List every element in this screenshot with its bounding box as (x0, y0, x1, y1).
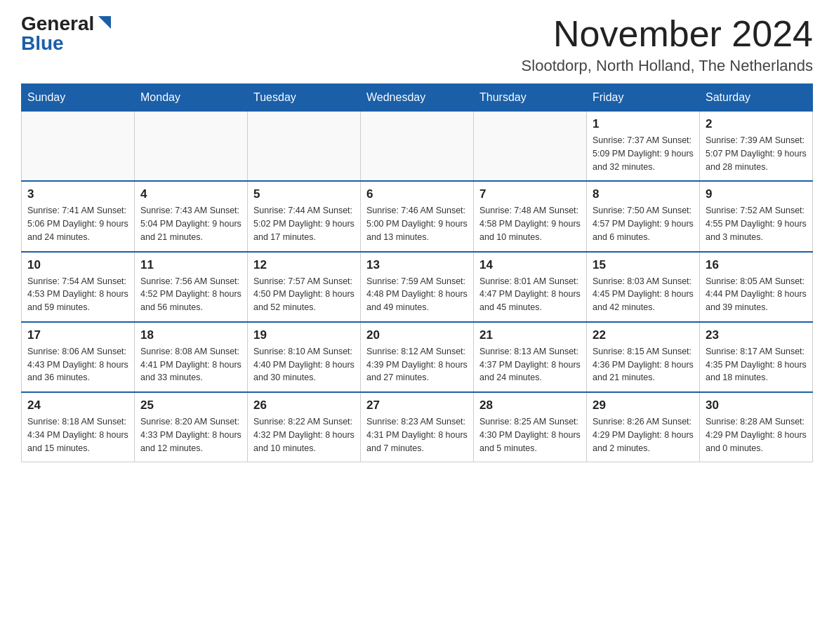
day-info: Sunrise: 7:39 AM Sunset: 5:07 PM Dayligh… (706, 134, 807, 173)
day-info: Sunrise: 8:25 AM Sunset: 4:30 PM Dayligh… (479, 415, 581, 455)
calendar-cell (248, 112, 361, 182)
calendar-cell: 10Sunrise: 7:54 AM Sunset: 4:53 PM Dayli… (22, 252, 135, 322)
calendar-cell: 13Sunrise: 7:59 AM Sunset: 4:48 PM Dayli… (361, 252, 474, 322)
calendar-cell: 30Sunrise: 8:28 AM Sunset: 4:29 PM Dayli… (700, 392, 813, 462)
col-tuesday: Tuesday (248, 84, 361, 112)
calendar-cell: 29Sunrise: 8:26 AM Sunset: 4:29 PM Dayli… (587, 392, 700, 462)
day-number: 4 (140, 187, 241, 201)
day-info: Sunrise: 8:08 AM Sunset: 4:41 PM Dayligh… (140, 345, 241, 384)
calendar-cell: 8Sunrise: 7:50 AM Sunset: 4:57 PM Daylig… (587, 181, 700, 251)
calendar-week-row: 3Sunrise: 7:41 AM Sunset: 5:06 PM Daylig… (22, 181, 813, 251)
calendar-cell (474, 112, 587, 182)
calendar-cell (22, 112, 135, 182)
day-info: Sunrise: 7:59 AM Sunset: 4:48 PM Dayligh… (366, 275, 468, 314)
calendar-cell: 4Sunrise: 7:43 AM Sunset: 5:04 PM Daylig… (135, 181, 248, 251)
day-number: 19 (253, 328, 355, 342)
calendar-cell: 18Sunrise: 8:08 AM Sunset: 4:41 PM Dayli… (135, 322, 248, 392)
page-title: November 2024 (522, 14, 813, 54)
day-number: 14 (479, 258, 581, 272)
calendar-cell: 20Sunrise: 8:12 AM Sunset: 4:39 PM Dayli… (361, 322, 474, 392)
day-number: 25 (140, 398, 241, 412)
day-number: 29 (593, 398, 694, 412)
day-info: Sunrise: 8:28 AM Sunset: 4:29 PM Dayligh… (706, 415, 807, 455)
day-number: 15 (593, 258, 694, 272)
day-number: 6 (366, 187, 468, 201)
day-info: Sunrise: 8:01 AM Sunset: 4:47 PM Dayligh… (479, 275, 581, 314)
day-info: Sunrise: 8:18 AM Sunset: 4:34 PM Dayligh… (27, 415, 128, 455)
day-number: 2 (706, 117, 807, 131)
calendar-cell: 23Sunrise: 8:17 AM Sunset: 4:35 PM Dayli… (700, 322, 813, 392)
day-number: 8 (593, 187, 694, 201)
calendar-cell: 7Sunrise: 7:48 AM Sunset: 4:58 PM Daylig… (474, 181, 587, 251)
col-saturday: Saturday (700, 84, 813, 112)
calendar-week-row: 1Sunrise: 7:37 AM Sunset: 5:09 PM Daylig… (22, 112, 813, 182)
day-number: 18 (140, 328, 241, 342)
calendar-cell (135, 112, 248, 182)
calendar-cell: 22Sunrise: 8:15 AM Sunset: 4:36 PM Dayli… (587, 322, 700, 392)
day-number: 26 (253, 398, 355, 412)
page-header: General Blue November 2024 Slootdorp, No… (21, 14, 813, 75)
day-info: Sunrise: 7:46 AM Sunset: 5:00 PM Dayligh… (366, 204, 468, 243)
day-info: Sunrise: 8:22 AM Sunset: 4:32 PM Dayligh… (253, 415, 355, 455)
day-number: 10 (27, 258, 128, 272)
day-info: Sunrise: 7:37 AM Sunset: 5:09 PM Dayligh… (593, 134, 694, 173)
day-number: 27 (366, 398, 468, 412)
calendar-cell: 25Sunrise: 8:20 AM Sunset: 4:33 PM Dayli… (135, 392, 248, 462)
calendar-cell: 12Sunrise: 7:57 AM Sunset: 4:50 PM Dayli… (248, 252, 361, 322)
calendar-cell: 9Sunrise: 7:52 AM Sunset: 4:55 PM Daylig… (700, 181, 813, 251)
col-monday: Monday (135, 84, 248, 112)
day-number: 5 (253, 187, 355, 201)
day-info: Sunrise: 8:12 AM Sunset: 4:39 PM Dayligh… (366, 345, 468, 384)
calendar-cell (361, 112, 474, 182)
day-info: Sunrise: 8:20 AM Sunset: 4:33 PM Dayligh… (140, 415, 241, 455)
day-number: 11 (140, 258, 241, 272)
calendar-cell: 3Sunrise: 7:41 AM Sunset: 5:06 PM Daylig… (22, 181, 135, 251)
logo-blue-text: Blue (21, 32, 64, 54)
day-info: Sunrise: 7:48 AM Sunset: 4:58 PM Dayligh… (479, 204, 581, 243)
day-number: 7 (479, 187, 581, 201)
day-info: Sunrise: 7:52 AM Sunset: 4:55 PM Dayligh… (706, 204, 807, 243)
calendar-cell: 16Sunrise: 8:05 AM Sunset: 4:44 PM Dayli… (700, 252, 813, 322)
day-info: Sunrise: 7:44 AM Sunset: 5:02 PM Dayligh… (253, 204, 355, 243)
day-number: 3 (27, 187, 128, 201)
day-info: Sunrise: 7:41 AM Sunset: 5:06 PM Dayligh… (27, 204, 128, 243)
day-info: Sunrise: 8:05 AM Sunset: 4:44 PM Dayligh… (706, 275, 807, 314)
col-wednesday: Wednesday (361, 84, 474, 112)
day-info: Sunrise: 8:23 AM Sunset: 4:31 PM Dayligh… (366, 415, 468, 455)
calendar-cell: 1Sunrise: 7:37 AM Sunset: 5:09 PM Daylig… (587, 112, 700, 182)
day-number: 16 (706, 258, 807, 272)
day-number: 21 (479, 328, 581, 342)
calendar-cell: 27Sunrise: 8:23 AM Sunset: 4:31 PM Dayli… (361, 392, 474, 462)
calendar-cell: 26Sunrise: 8:22 AM Sunset: 4:32 PM Dayli… (248, 392, 361, 462)
calendar-cell: 5Sunrise: 7:44 AM Sunset: 5:02 PM Daylig… (248, 181, 361, 251)
col-thursday: Thursday (474, 84, 587, 112)
logo: General Blue (21, 14, 112, 53)
day-info: Sunrise: 8:15 AM Sunset: 4:36 PM Dayligh… (593, 345, 694, 384)
calendar-table: Sunday Monday Tuesday Wednesday Thursday… (21, 83, 813, 462)
title-block: November 2024 Slootdorp, North Holland, … (522, 14, 813, 75)
calendar-cell: 2Sunrise: 7:39 AM Sunset: 5:07 PM Daylig… (700, 112, 813, 182)
day-number: 13 (366, 258, 468, 272)
calendar-cell: 15Sunrise: 8:03 AM Sunset: 4:45 PM Dayli… (587, 252, 700, 322)
day-info: Sunrise: 8:06 AM Sunset: 4:43 PM Dayligh… (27, 345, 128, 384)
day-info: Sunrise: 7:50 AM Sunset: 4:57 PM Dayligh… (593, 204, 694, 243)
day-number: 30 (706, 398, 807, 412)
day-number: 22 (593, 328, 694, 342)
calendar-cell: 28Sunrise: 8:25 AM Sunset: 4:30 PM Dayli… (474, 392, 587, 462)
day-number: 12 (253, 258, 355, 272)
calendar-cell: 21Sunrise: 8:13 AM Sunset: 4:37 PM Dayli… (474, 322, 587, 392)
calendar-cell: 19Sunrise: 8:10 AM Sunset: 4:40 PM Dayli… (248, 322, 361, 392)
svg-marker-0 (98, 16, 111, 29)
day-number: 23 (706, 328, 807, 342)
day-info: Sunrise: 7:57 AM Sunset: 4:50 PM Dayligh… (253, 275, 355, 314)
calendar-week-row: 10Sunrise: 7:54 AM Sunset: 4:53 PM Dayli… (22, 252, 813, 322)
page-subtitle: Slootdorp, North Holland, The Netherland… (522, 57, 813, 75)
calendar-week-row: 24Sunrise: 8:18 AM Sunset: 4:34 PM Dayli… (22, 392, 813, 462)
calendar-week-row: 17Sunrise: 8:06 AM Sunset: 4:43 PM Dayli… (22, 322, 813, 392)
day-info: Sunrise: 8:26 AM Sunset: 4:29 PM Dayligh… (593, 415, 694, 455)
day-info: Sunrise: 8:13 AM Sunset: 4:37 PM Dayligh… (479, 345, 581, 384)
calendar-header-row: Sunday Monday Tuesday Wednesday Thursday… (22, 84, 813, 112)
day-info: Sunrise: 7:54 AM Sunset: 4:53 PM Dayligh… (27, 275, 128, 314)
calendar-cell: 24Sunrise: 8:18 AM Sunset: 4:34 PM Dayli… (22, 392, 135, 462)
calendar-cell: 14Sunrise: 8:01 AM Sunset: 4:47 PM Dayli… (474, 252, 587, 322)
